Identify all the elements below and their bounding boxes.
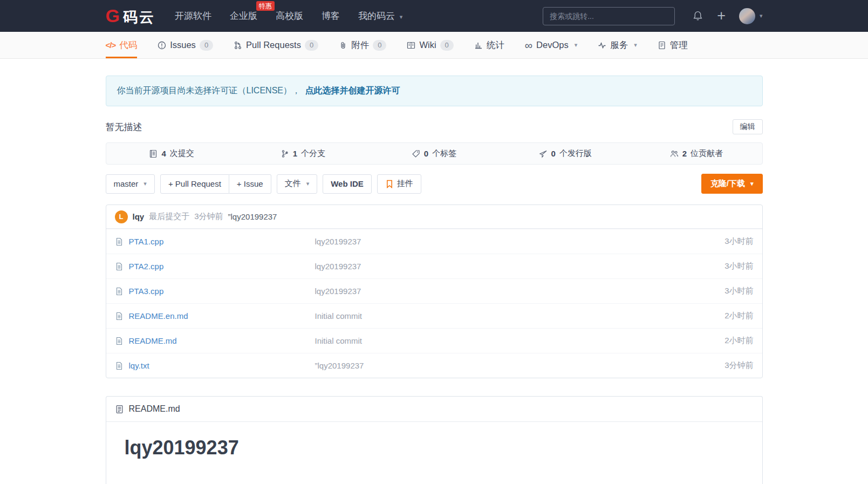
new-pull-request-button[interactable]: + Pull Request: [160, 174, 229, 194]
nav-item-education[interactable]: 高校版: [276, 10, 303, 22]
committer-name[interactable]: lqy: [133, 212, 145, 221]
file-icon: [115, 312, 124, 321]
file-row: README.en.md Initial commit 2小时前: [106, 303, 762, 328]
paperclip-icon: [339, 41, 347, 50]
gitee-logo[interactable]: G 码云: [106, 5, 155, 27]
file-name-cell: README.md: [115, 336, 315, 345]
chevron-down-icon: ▾: [400, 13, 403, 20]
readme-filename[interactable]: README.md: [129, 404, 180, 414]
stat-tags-label: 个标签: [432, 148, 456, 159]
branch-selector[interactable]: master ▾: [106, 174, 155, 194]
repo-stats-bar: 4 次提交 1 个分支 0 个标签 0 个发行版: [106, 142, 763, 165]
promo-badge: 特惠: [256, 1, 275, 11]
file-list: PTA1.cpp lqy20199237 3小时前 PTA2.cpp: [106, 229, 762, 378]
clone-download-button[interactable]: 克隆/下载 ▾: [701, 174, 763, 194]
nav-item-enterprise-label: 企业版: [230, 11, 257, 21]
tab-attachments[interactable]: 附件 0: [339, 32, 386, 58]
license-banner: 你当前开源项目尚未选择许可证（LICENSE）， 点此选择并创建开源许可: [106, 76, 763, 106]
description-row: 暂无描述 编辑: [106, 119, 763, 134]
file-name-cell: README.en.md: [115, 311, 315, 321]
tab-devops-label: DevOps: [536, 40, 569, 50]
search-input[interactable]: [543, 7, 675, 25]
repo-subnav: </> 代码 Issues 0 Pull Requests 0 附件 0: [0, 32, 868, 59]
file-name-cell: PTA1.cpp: [115, 237, 315, 246]
file-name-link[interactable]: README.en.md: [129, 311, 188, 321]
branch-selector-label: master: [114, 179, 139, 188]
infinity-icon: ∞: [525, 40, 532, 51]
file-commit-message-link[interactable]: lqy20199237: [315, 237, 361, 246]
nav-item-blog[interactable]: 博客: [322, 10, 340, 22]
tab-code-label: 代码: [119, 39, 137, 51]
gitee-logo-text: 码云: [123, 8, 155, 27]
readme-body: lqy20199237: [106, 422, 762, 484]
file-menu-button[interactable]: 文件 ▾: [277, 174, 318, 194]
file-name-link[interactable]: lqy.txt: [129, 361, 149, 370]
stat-contributors[interactable]: 2 位贡献者: [631, 148, 762, 159]
plus-icon[interactable]: +: [717, 9, 726, 23]
file-message-cell: lqy20199237: [315, 262, 725, 271]
file-name-link[interactable]: README.md: [129, 336, 177, 345]
repo-description: 暂无描述: [106, 121, 142, 133]
code-icon: </>: [106, 40, 116, 50]
commit-message[interactable]: ”lqy20199237: [228, 212, 277, 221]
tab-pull-requests-label: Pull Requests: [246, 40, 301, 50]
nav-item-opensource[interactable]: 开源软件: [175, 10, 211, 22]
stat-releases-label: 个发行版: [559, 148, 592, 159]
file-name-link[interactable]: PTA1.cpp: [129, 237, 164, 246]
avatar: [739, 8, 755, 24]
nav-item-my-gitee[interactable]: 我的码云 ▾: [358, 10, 402, 22]
file-message-cell: ”lqy20199237: [315, 361, 725, 371]
widget-button-label: 挂件: [397, 179, 413, 189]
user-menu[interactable]: ▾: [739, 8, 763, 24]
file-commit-message-link[interactable]: Initial commit: [315, 311, 363, 321]
file-commit-message-link[interactable]: ”lqy20199237: [315, 361, 364, 370]
file-name-link[interactable]: PTA3.cpp: [129, 287, 164, 296]
topnav-links: 开源软件 企业版 特惠 高校版 博客 我的码云 ▾: [175, 10, 402, 22]
file-icon: [115, 237, 124, 246]
tag-icon: [412, 149, 420, 158]
file-commit-message-link[interactable]: lqy20199237: [315, 287, 361, 296]
tab-wiki-label: Wiki: [419, 40, 436, 50]
committer-avatar[interactable]: L: [115, 210, 128, 223]
file-name-link[interactable]: PTA2.cpp: [129, 262, 164, 271]
nav-item-enterprise[interactable]: 企业版 特惠: [230, 10, 257, 22]
tab-issues-label: Issues: [170, 40, 196, 50]
tab-manage-label: 管理: [670, 39, 688, 51]
widget-button[interactable]: 挂件: [377, 174, 421, 194]
web-ide-button[interactable]: Web IDE: [323, 174, 372, 194]
bookmark-icon: [385, 180, 394, 188]
license-create-link[interactable]: 点此选择并创建开源许可: [305, 86, 400, 95]
edit-description-button[interactable]: 编辑: [733, 119, 763, 134]
tab-manage[interactable]: 管理: [658, 32, 688, 58]
branch-icon: [281, 149, 289, 158]
file-message-cell: Initial commit: [315, 311, 725, 321]
tab-code[interactable]: </> 代码: [106, 32, 138, 58]
tab-wiki[interactable]: Wiki 0: [407, 32, 453, 58]
commits-icon: [149, 149, 158, 158]
tab-issues[interactable]: Issues 0: [158, 32, 213, 58]
stat-branches[interactable]: 1 个分支: [237, 148, 368, 159]
pull-request-icon: [234, 41, 242, 50]
file-message-cell: Initial commit: [315, 336, 725, 346]
stat-branches-label: 个分支: [301, 148, 325, 159]
tab-services[interactable]: 服务 ▾: [598, 32, 637, 58]
tab-devops[interactable]: ∞ DevOps ▾: [525, 32, 577, 58]
stat-commits[interactable]: 4 次提交: [106, 148, 237, 159]
manage-doc-icon: [658, 41, 666, 50]
file-row: PTA3.cpp lqy20199237 3小时前: [106, 278, 762, 303]
stat-tags[interactable]: 0 个标签: [368, 148, 500, 159]
stat-releases[interactable]: 0 个发行版: [500, 148, 631, 159]
file-commit-message-link[interactable]: lqy20199237: [315, 262, 361, 271]
tab-statistics[interactable]: 统计: [474, 32, 504, 58]
tab-pull-requests[interactable]: Pull Requests 0: [234, 32, 318, 58]
issue-icon: [158, 41, 166, 50]
file-commit-time: 3小时前: [725, 261, 753, 271]
file-commit-message-link[interactable]: Initial commit: [315, 336, 363, 345]
file-commit-time: 3分钟前: [725, 360, 753, 371]
chevron-down-icon: ▾: [634, 42, 637, 49]
file-row: PTA2.cpp lqy20199237 3小时前: [106, 254, 762, 278]
chevron-down-icon: ▾: [143, 180, 147, 187]
file-icon: [115, 337, 124, 345]
new-issue-button[interactable]: + Issue: [229, 174, 271, 194]
bell-icon[interactable]: [692, 10, 703, 22]
